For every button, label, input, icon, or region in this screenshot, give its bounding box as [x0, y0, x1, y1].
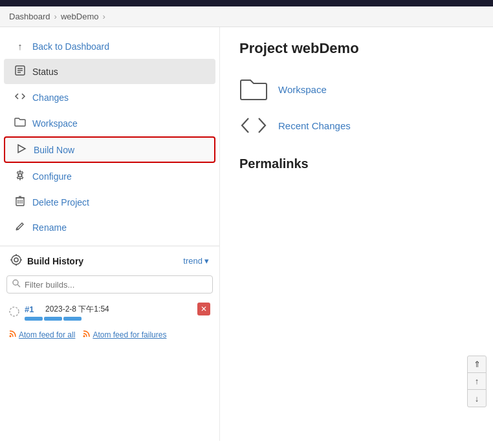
code-icon: [14, 91, 26, 103]
permalinks-title: Permalinks: [239, 156, 474, 171]
atom-feed-failures[interactable]: Atom feed for failures: [83, 330, 166, 339]
atom-icon-all: [9, 330, 17, 339]
breadcrumb-sep-1: ›: [54, 12, 57, 21]
svg-marker-4: [18, 145, 25, 153]
build-history-header: Build History trend ▾: [0, 246, 219, 273]
progress-bar-2: [44, 317, 62, 321]
build-timestamp: 2023-2-8 下午1:54: [45, 304, 192, 315]
build-history-title: Build History: [10, 254, 83, 268]
pencil-icon: [14, 222, 26, 233]
progress-bar-3: [63, 317, 82, 321]
svg-line-21: [17, 284, 20, 287]
search-icon: [12, 279, 21, 290]
breadcrumb-webdemo[interactable]: webDemo: [61, 12, 99, 21]
sidebar-item-configure-label: Configure: [32, 171, 72, 182]
quick-link-recent-changes: Recent Changes: [239, 112, 474, 138]
sidebar-item-workspace[interactable]: Workspace: [4, 111, 215, 136]
play-icon: [16, 144, 27, 155]
sidebar-item-status-label: Status: [32, 67, 58, 77]
atom-feed-all[interactable]: Atom feed for all: [9, 330, 75, 339]
svg-point-22: [10, 307, 19, 316]
sidebar: ↑ Back to Dashboard Status: [0, 27, 220, 441]
atom-icon-failures: [83, 330, 91, 339]
recent-changes-code-icon: [239, 112, 268, 138]
sidebar-item-delete[interactable]: Delete Project: [4, 189, 215, 215]
sidebar-item-workspace-label: Workspace: [32, 118, 78, 129]
svg-point-5: [19, 174, 22, 177]
sidebar-item-configure[interactable]: Configure: [4, 164, 215, 189]
folder-icon-sidebar: [14, 117, 26, 129]
arrow-up-icon: ↑: [14, 41, 26, 52]
sidebar-item-back-label: Back to Dashboard: [32, 41, 109, 52]
breadcrumb: Dashboard › webDemo ›: [0, 6, 493, 27]
project-title: Project webDemo: [239, 40, 474, 57]
build-item-inner: #1 2023-2-8 下午1:54 ✕: [25, 303, 210, 321]
build-item: #1 2023-2-8 下午1:54 ✕: [0, 299, 219, 325]
search-input[interactable]: [25, 280, 207, 290]
sidebar-item-rename-label: Rename: [32, 222, 67, 233]
sidebar-item-build-now[interactable]: Build Now: [4, 136, 215, 163]
sidebar-item-delete-label: Delete Project: [32, 197, 89, 208]
breadcrumb-dashboard[interactable]: Dashboard: [9, 12, 50, 21]
sidebar-item-status[interactable]: Status: [4, 59, 215, 84]
workspace-folder-icon: [239, 76, 268, 102]
chevron-down-icon: ▾: [204, 256, 209, 266]
build-history-label: Build History: [27, 256, 83, 266]
quick-link-workspace-label[interactable]: Workspace: [278, 84, 327, 95]
breadcrumb-sep-2: ›: [102, 12, 105, 21]
scroll-top-button[interactable]: ⇑: [468, 356, 486, 373]
build-status-icon: [9, 306, 19, 317]
scroll-controls: ⇑ ↑ ↓: [467, 356, 487, 407]
atom-feeds: Atom feed for all Atom feed for failures: [0, 325, 219, 345]
sidebar-item-build-now-label: Build Now: [34, 145, 74, 155]
svg-point-14: [12, 255, 21, 264]
progress-bar-1: [25, 317, 43, 321]
atom-feed-failures-label: Atom feed for failures: [93, 330, 166, 339]
trash-icon: [14, 196, 26, 208]
sidebar-item-changes-label: Changes: [32, 92, 69, 103]
svg-point-24: [83, 336, 85, 337]
build-delete-button[interactable]: ✕: [197, 303, 210, 315]
build-history-icon: [10, 254, 22, 268]
build-number-link[interactable]: #1: [25, 304, 40, 314]
svg-point-20: [13, 280, 18, 285]
sidebar-item-changes[interactable]: Changes: [4, 85, 215, 110]
main-layout: ↑ Back to Dashboard Status: [0, 27, 493, 441]
svg-point-15: [14, 258, 18, 262]
build-history-trend[interactable]: trend ▾: [183, 256, 209, 266]
main-content: Project webDemo Workspace: [220, 27, 493, 441]
quick-link-workspace: Workspace: [239, 76, 474, 102]
sidebar-item-back[interactable]: ↑ Back to Dashboard: [4, 34, 215, 58]
top-bar: [0, 0, 493, 6]
sidebar-item-rename[interactable]: Rename: [4, 215, 215, 239]
scroll-up-button[interactable]: ↑: [468, 373, 486, 390]
scroll-down-button[interactable]: ↓: [468, 390, 486, 407]
gear-icon: [14, 170, 26, 182]
status-icon: [14, 65, 26, 78]
atom-feed-all-label: Atom feed for all: [19, 330, 75, 339]
quick-links: Workspace Recent Changes: [239, 76, 474, 138]
svg-point-23: [10, 336, 12, 337]
search-bar: [6, 275, 213, 293]
build-progress: [25, 317, 210, 321]
quick-link-recent-changes-label[interactable]: Recent Changes: [278, 120, 351, 131]
